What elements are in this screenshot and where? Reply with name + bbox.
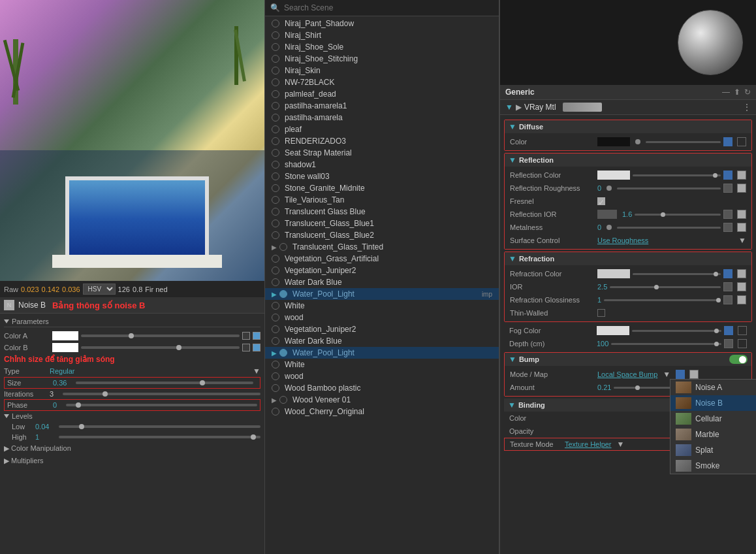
list-item[interactable]: wood (265, 312, 499, 323)
refraction-header[interactable]: ▼ Refraction (505, 252, 751, 265)
roughness-slider[interactable] (617, 187, 721, 189)
diffuse-map-btn[interactable] (723, 137, 732, 146)
high-slider[interactable] (59, 436, 260, 438)
mtl-dots[interactable]: ⋮ (743, 103, 751, 112)
fog-color-swatch[interactable] (597, 326, 629, 335)
list-item[interactable]: White (265, 359, 499, 370)
bump-check[interactable] (689, 370, 699, 379)
gloss-slider[interactable] (604, 299, 721, 301)
list-item[interactable]: White (265, 300, 499, 312)
fresnel-checkbox[interactable]: ✓ (597, 197, 605, 205)
ior-slider[interactable] (635, 214, 721, 216)
type-dropdown-arrow[interactable]: ▼ (253, 367, 260, 376)
list-item[interactable]: Niraj_Skin (265, 65, 499, 76)
fog-check[interactable] (738, 326, 747, 335)
low-slider[interactable] (59, 425, 260, 428)
refl-color-swatch[interactable] (597, 171, 630, 180)
depth-check[interactable] (738, 339, 747, 348)
dropdown-item-noise-a[interactable]: Noise A (670, 380, 756, 395)
color-a-slider[interactable] (81, 334, 240, 337)
list-item[interactable]: Wood Bamboo plastic (265, 382, 499, 394)
thin-walled-checkbox[interactable] (597, 309, 605, 317)
list-item[interactable]: Translucent_Glass_Blue1 (265, 218, 499, 229)
diffuse-check[interactable] (737, 137, 746, 146)
roughness-check[interactable] (737, 184, 746, 193)
refr-ior-slider[interactable] (610, 286, 721, 288)
fog-slider[interactable] (632, 330, 721, 332)
list-item[interactable]: Niraj_Shoe_Stitching (265, 53, 499, 65)
gloss-map[interactable] (723, 295, 732, 304)
list-item[interactable]: ▶Translucent_Glass_Tinted (265, 241, 499, 253)
metalness-slider[interactable] (617, 227, 721, 229)
upload-icon[interactable]: ⬆ (734, 88, 740, 97)
list-item-water-pool[interactable]: ▶ Water_Pool_Light imp (265, 288, 499, 300)
list-item[interactable]: Niraj_Shirt (265, 29, 499, 41)
refr-check[interactable] (737, 269, 746, 278)
list-item[interactable]: Translucent_Glass_Blue2 (265, 229, 499, 241)
dropdown-item-marble[interactable]: Marble (670, 427, 756, 442)
diffuse-header[interactable]: ▼ Diffuse (505, 120, 751, 133)
list-item[interactable]: NW-72BLACK (265, 76, 499, 88)
list-item-water-pool2[interactable]: ▶ Water_Pool_Light (265, 347, 499, 359)
bump-header[interactable]: ▼ Bump (505, 353, 751, 366)
refr-map-btn[interactable] (723, 269, 732, 278)
list-item[interactable]: pastilha-amarela1 (265, 100, 499, 112)
phase-slider[interactable] (66, 404, 257, 406)
list-item[interactable]: Vegetation_Juniper2 (265, 265, 499, 276)
roughness-map[interactable] (723, 184, 732, 193)
bump-mode-val[interactable]: Local Space Bump (597, 370, 657, 378)
refl-slider[interactable] (633, 174, 721, 176)
texture-arrow[interactable]: ▼ (617, 440, 625, 449)
list-item[interactable]: Stone wall03 (265, 171, 499, 182)
ior-map[interactable] (723, 210, 732, 219)
list-item[interactable]: Stone_Granite_Midnite (265, 182, 499, 194)
ior2-check[interactable] (737, 282, 746, 291)
list-item[interactable]: RENDERIZADO3 (265, 135, 499, 147)
iter-slider[interactable] (63, 393, 260, 395)
refresh-icon[interactable]: ↻ (744, 88, 751, 97)
list-item[interactable]: Seat Strap Material (265, 147, 499, 159)
color-b-checkbox[interactable] (242, 344, 250, 351)
depth-map[interactable] (724, 339, 733, 348)
vray-expand-arrow[interactable]: ▼ (505, 103, 513, 112)
size-slider[interactable] (76, 382, 253, 384)
depth-slider[interactable] (611, 343, 721, 345)
metalness-check[interactable] (737, 223, 746, 232)
list-item[interactable]: palmleaf_dead (265, 88, 499, 100)
multipliers[interactable]: ▶ Multipliers (4, 455, 260, 467)
dropdown-item-cellular[interactable]: Cellular (670, 411, 756, 427)
list-item[interactable]: Water Dark Blue (265, 335, 499, 347)
search-input[interactable] (284, 3, 494, 12)
refl-map-btn[interactable] (723, 171, 732, 180)
bump-map-btn[interactable] (676, 370, 685, 379)
color-a-checkbox[interactable] (242, 332, 250, 340)
bump-mode-arrow[interactable]: ▼ (663, 370, 670, 379)
color-b-swatch[interactable] (52, 343, 78, 352)
diffuse-slider[interactable] (646, 141, 721, 143)
gloss-check[interactable] (737, 295, 746, 304)
list-item[interactable]: pastilha-amarela (265, 112, 499, 123)
color-manip[interactable]: ▶ Color Manipulation (4, 442, 260, 455)
list-item[interactable]: Vegetation_Juniper2 (265, 323, 499, 335)
dropdown-item-noise-b[interactable]: Noise B (670, 395, 756, 411)
metalness-map[interactable] (723, 223, 732, 232)
list-item[interactable]: wood (265, 370, 499, 382)
refr-color-swatch[interactable] (597, 269, 630, 278)
list-item[interactable]: shadow1 (265, 159, 499, 171)
color-b-slider[interactable] (81, 346, 240, 349)
color-a-swatch[interactable] (52, 331, 78, 340)
list-item[interactable]: pleaf (265, 123, 499, 135)
color-b-checkbox2[interactable] (253, 344, 260, 351)
dropdown-item-splat[interactable]: Splat (670, 442, 756, 458)
diffuse-color-swatch[interactable] (597, 137, 630, 146)
list-item[interactable]: Vegetation_Grass_Artificial (265, 253, 499, 265)
list-item[interactable]: Tile_Various_Tan (265, 194, 499, 206)
reflection-header[interactable]: ▼ Reflection (505, 154, 751, 167)
list-item[interactable]: ▶ Wood Veneer 01 (265, 394, 499, 406)
ior2-map[interactable] (723, 282, 732, 291)
surface-val[interactable]: Use Roughness (597, 236, 648, 244)
dropdown-item-smoke[interactable]: Smoke (670, 458, 756, 474)
surface-arrow[interactable]: ▼ (738, 236, 746, 245)
fog-map-btn[interactable] (724, 326, 733, 335)
texture-val[interactable]: Texture Helper (565, 440, 612, 448)
